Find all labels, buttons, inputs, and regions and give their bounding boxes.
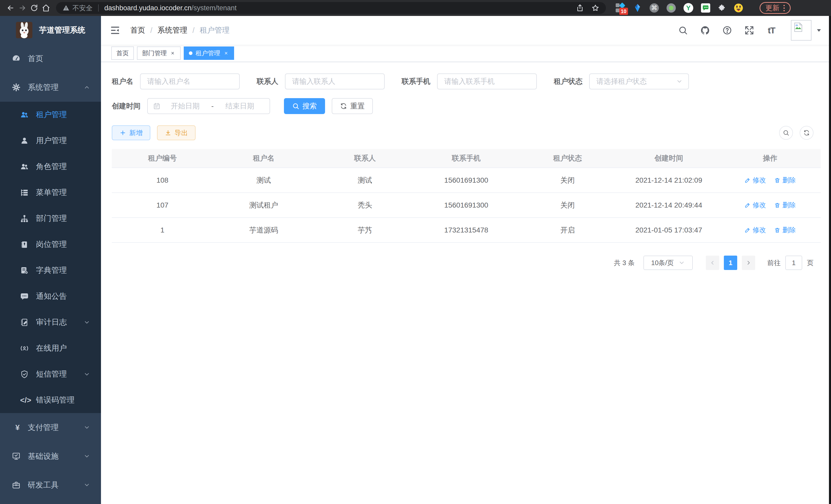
sidebar-item-payment[interactable]: ¥ 支付管理 xyxy=(0,413,101,442)
search-button[interactable]: 搜索 xyxy=(284,98,325,114)
sidebar-item-departments[interactable]: 部门管理 xyxy=(0,206,101,232)
search-icon xyxy=(783,129,790,136)
bookmark-star-icon[interactable] xyxy=(592,4,599,12)
extension-icon-badged[interactable]: 10 xyxy=(616,3,625,13)
y-extension-icon[interactable]: Y xyxy=(684,3,693,13)
sidebar-item-dev-tools[interactable]: 研发工具 xyxy=(0,471,101,499)
profile-emoji-avatar[interactable] xyxy=(734,3,743,12)
delete-row-button[interactable]: 删除 xyxy=(774,201,796,210)
github-link-button[interactable] xyxy=(700,25,710,35)
tab-departments[interactable]: 部门管理 xyxy=(137,47,181,60)
delete-row-button[interactable]: 删除 xyxy=(774,176,796,185)
sidebar-item-home[interactable]: 首页 xyxy=(0,44,101,73)
breadcrumb-current: 租户管理 xyxy=(200,25,229,35)
sidebar-item-sms[interactable]: 短信管理 xyxy=(0,361,101,387)
contact-input[interactable] xyxy=(285,73,385,89)
sidebar-item-infrastructure[interactable]: 基础设施 xyxy=(0,442,101,471)
export-button[interactable]: 导出 xyxy=(157,125,196,140)
extension-badge: 10 xyxy=(619,8,628,15)
screen: 不安全 dashboard.yudao.iocoder.cn /system/t… xyxy=(0,0,831,504)
header-search-button[interactable] xyxy=(678,25,688,35)
kite-extension-icon[interactable] xyxy=(633,4,642,12)
pagination: 共 3 条 10条/页 1 前往 页 xyxy=(112,256,821,270)
font-size-button[interactable]: tT xyxy=(766,25,776,35)
table-row: 108 测试 测试 15601691300 关闭 2021-12-14 21:0… xyxy=(112,168,821,193)
help-button[interactable] xyxy=(722,25,732,35)
user-avatar-dropdown[interactable] xyxy=(791,20,822,40)
current-page-button[interactable]: 1 xyxy=(724,256,737,270)
tenant-name-input[interactable] xyxy=(140,73,240,89)
fullscreen-icon xyxy=(744,25,754,35)
cell-status: 关闭 xyxy=(517,175,618,185)
col-header-created: 创建时间 xyxy=(618,153,719,163)
sidebar-item-online-users[interactable]: 在线用户 xyxy=(0,335,101,361)
browser-back-button[interactable] xyxy=(5,2,17,14)
tab-tenant[interactable]: 租户管理 xyxy=(184,47,234,60)
url-host: dashboard.yudao.iocoder.cn xyxy=(104,4,192,12)
sidebar-item-tenant[interactable]: 租户管理 xyxy=(0,102,101,128)
github-icon xyxy=(700,25,710,35)
prev-page-button[interactable] xyxy=(706,256,719,270)
fullscreen-button[interactable] xyxy=(744,25,754,35)
breadcrumb-home[interactable]: 首页 xyxy=(130,25,145,35)
sidebar-item-roles[interactable]: 角色管理 xyxy=(0,154,101,180)
sidebar-item-posts[interactable]: 岗位管理 xyxy=(0,232,101,258)
table-row: 1 芋道源码 芋艿 17321315478 开启 2021-01-05 17:0… xyxy=(112,218,821,243)
dashboard-icon xyxy=(12,54,21,63)
created-time-label: 创建时间 xyxy=(112,101,141,111)
chat-extension-icon[interactable] xyxy=(701,3,710,12)
browser-update-button[interactable]: 更新 xyxy=(760,2,791,14)
font-size-icon: tT xyxy=(768,25,775,35)
breadcrumb-system[interactable]: 系统管理 xyxy=(157,25,187,35)
trash-icon xyxy=(774,177,780,183)
cell-id: 108 xyxy=(112,176,213,184)
sidebar-item-dict[interactable]: 字典管理 xyxy=(0,258,101,283)
close-tab-icon[interactable] xyxy=(223,50,229,56)
status-select[interactable]: 请选择租户状态 xyxy=(589,73,689,89)
command-extension-icon[interactable]: ⌘ xyxy=(650,3,659,12)
start-date-placeholder: 开始日期 xyxy=(161,101,210,111)
sidebar-item-notice[interactable]: 通知公告 xyxy=(0,283,101,309)
sidebar-item-users[interactable]: 用户管理 xyxy=(0,128,101,154)
browser-menu-kebab-icon[interactable] xyxy=(783,5,785,11)
toggle-search-button[interactable] xyxy=(779,126,793,140)
goto-page-input[interactable] xyxy=(785,256,802,270)
sidebar-collapse-icon[interactable] xyxy=(110,25,120,36)
tree-list-icon xyxy=(20,188,29,197)
close-tab-icon[interactable] xyxy=(170,50,175,56)
app-logo-row[interactable]: 芋道管理系统 xyxy=(0,16,101,44)
browser-forward-button[interactable] xyxy=(17,2,28,14)
chat-bubble-icon xyxy=(20,292,29,301)
sidebar-item-menus[interactable]: 菜单管理 xyxy=(0,180,101,206)
created-date-range-picker[interactable]: 开始日期 - 结束日期 xyxy=(147,98,270,114)
address-bar[interactable]: 不安全 dashboard.yudao.iocoder.cn /system/t… xyxy=(56,2,606,14)
contact-label: 联系人 xyxy=(257,77,278,86)
tab-home[interactable]: 首页 xyxy=(111,47,134,60)
extensions-puzzle-icon[interactable] xyxy=(718,4,726,12)
browser-reload-button[interactable] xyxy=(28,2,40,14)
add-button[interactable]: 新增 xyxy=(112,125,150,140)
edit-row-button[interactable]: 修改 xyxy=(744,176,766,185)
download-icon xyxy=(165,129,171,136)
chevron-up-icon xyxy=(84,84,90,91)
edit-row-button[interactable]: 修改 xyxy=(744,226,766,235)
share-icon[interactable] xyxy=(576,4,584,12)
recorder-extension-icon[interactable] xyxy=(666,3,676,12)
cell-created: 2021-12-14 21:02:09 xyxy=(618,176,719,184)
refresh-table-button[interactable] xyxy=(800,126,813,140)
page-size-select[interactable]: 10条/页 xyxy=(643,256,693,270)
phone-input[interactable] xyxy=(437,73,537,89)
edit-row-button[interactable]: 修改 xyxy=(744,201,766,210)
sidebar-item-system[interactable]: 系统管理 xyxy=(0,73,101,102)
chevron-left-icon xyxy=(710,260,716,266)
next-page-button[interactable] xyxy=(742,256,755,270)
yen-icon: ¥ xyxy=(12,423,23,432)
delete-row-button[interactable]: 删除 xyxy=(774,226,796,235)
browser-home-button[interactable] xyxy=(40,2,52,14)
sidebar-item-error-codes[interactable]: </> 错误码管理 xyxy=(0,387,101,413)
reset-button[interactable]: 重置 xyxy=(332,98,373,114)
col-header-status: 租户状态 xyxy=(517,153,618,163)
breadcrumb-separator: / xyxy=(193,26,195,35)
back-icon xyxy=(6,4,15,12)
sidebar-item-audit-log[interactable]: 审计日志 xyxy=(0,309,101,335)
